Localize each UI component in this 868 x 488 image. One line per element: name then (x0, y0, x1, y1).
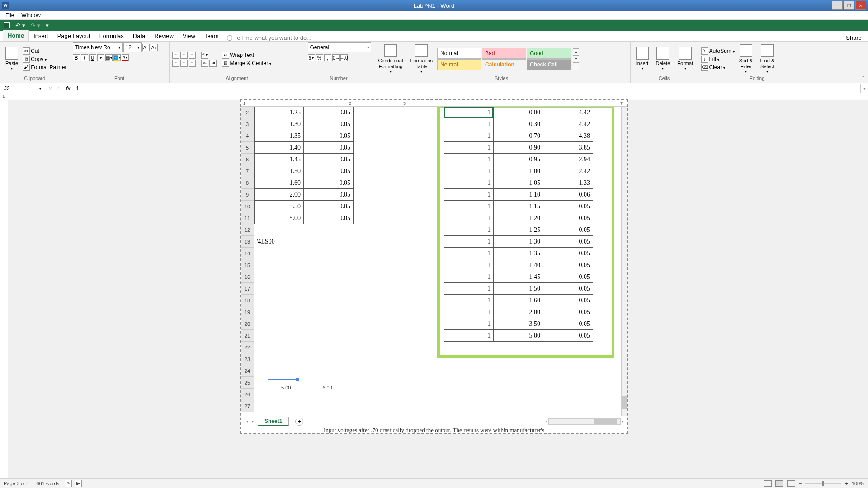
table-cell[interactable]: 1 (444, 224, 494, 236)
row-header[interactable]: 8 (241, 177, 254, 189)
formula-input[interactable]: 1 (73, 84, 861, 93)
undo-button[interactable]: ↶ ▾ (15, 22, 25, 29)
row-header[interactable]: 5 (241, 142, 254, 154)
zoom-out-button[interactable]: − (799, 481, 802, 486)
font-name-combo[interactable]: Times New Ro (73, 42, 123, 52)
table-cell[interactable]: 1 (444, 306, 494, 318)
table-cell[interactable]: 1.50 (494, 283, 543, 295)
table-cell[interactable]: 2.00 (254, 189, 304, 201)
table-cell[interactable]: 1 (444, 142, 494, 154)
fill-button[interactable]: ↓Fill (701, 56, 735, 63)
table-cell[interactable]: 1.00 (494, 165, 543, 177)
style-check-cell[interactable]: Check Cell (527, 59, 571, 70)
table-cell[interactable]: 0.05 (304, 212, 354, 224)
tab-team[interactable]: Team (200, 31, 223, 41)
cell-text-4ls00[interactable]: '4LS00 (254, 236, 354, 248)
sheet-nav-next[interactable]: ▸ (250, 419, 256, 424)
insert-cells-button[interactable]: Insert▾ (633, 46, 651, 72)
table-cell[interactable]: 1.60 (254, 177, 304, 189)
row-header[interactable]: 15 (241, 259, 254, 271)
table-cell[interactable]: 1.40 (254, 142, 304, 154)
row-header[interactable]: 26 (241, 389, 254, 400)
table-cell[interactable]: 0.05 (304, 107, 354, 118)
save-icon[interactable] (4, 22, 10, 28)
row-header[interactable]: 27 (241, 400, 254, 412)
zoom-slider[interactable] (805, 483, 841, 484)
qat-customize[interactable]: ▾ (46, 22, 49, 29)
row-header[interactable]: 2 (241, 107, 254, 118)
orientation-button[interactable]: ⟲ (201, 52, 208, 59)
style-good[interactable]: Good (527, 48, 571, 59)
delete-cells-button[interactable]: Delete▾ (653, 46, 673, 72)
accounting-button[interactable]: $ (308, 54, 315, 61)
row-header[interactable]: 11 (241, 212, 254, 224)
row-header[interactable]: 7 (241, 165, 254, 177)
align-middle[interactable]: ≡ (180, 52, 188, 59)
table-cell[interactable]: 1 (444, 248, 494, 259)
table-cell[interactable]: 1.15 (494, 201, 543, 212)
number-format-combo[interactable]: General (308, 42, 371, 52)
table-cell[interactable]: 0.05 (543, 212, 593, 224)
row-header[interactable]: 9 (241, 189, 254, 201)
minimize-button[interactable]: — (832, 1, 843, 10)
row-header[interactable]: 23 (241, 353, 254, 365)
table-cell[interactable]: 2.42 (543, 165, 593, 177)
table-cell[interactable]: 3.85 (543, 142, 593, 154)
page-indicator[interactable]: Page 3 of 4 (4, 481, 29, 486)
tab-insert[interactable]: Insert (29, 31, 53, 41)
table-cell[interactable]: 0.05 (304, 165, 354, 177)
table-cell[interactable]: 0.05 (304, 130, 354, 142)
row-header[interactable]: 12 (241, 224, 254, 236)
increase-decimal[interactable]: .0→ (332, 54, 340, 61)
row-header[interactable]: 16 (241, 271, 254, 283)
row-header[interactable]: 4 (241, 130, 254, 142)
row-header[interactable]: 10 (241, 201, 254, 212)
table-cell[interactable]: 4.42 (543, 107, 593, 118)
table-cell[interactable]: 4.38 (543, 130, 593, 142)
table-cell[interactable]: 0.05 (543, 306, 593, 318)
row-header[interactable]: 6 (241, 154, 254, 165)
tab-review[interactable]: Review (150, 31, 178, 41)
increase-font-icon[interactable]: A↑ (142, 44, 150, 51)
table-cell[interactable]: 1.25 (494, 224, 543, 236)
table-cell[interactable]: 1 (444, 330, 494, 342)
vertical-scrollbar[interactable] (621, 107, 627, 416)
tab-home[interactable]: Home (3, 30, 29, 41)
increase-indent[interactable]: ⇥ (209, 60, 217, 67)
enter-formula-button[interactable]: ✓ (56, 85, 61, 92)
table-cell[interactable]: 0.05 (304, 142, 354, 154)
row-header[interactable]: 22 (241, 342, 254, 353)
table-cell[interactable]: 0.05 (543, 271, 593, 283)
table-cell[interactable]: 0.06 (543, 189, 593, 201)
table-cell[interactable]: 1 (444, 295, 494, 306)
conditional-formatting-button[interactable]: Conditional Formatting▾ (376, 43, 406, 75)
table-cell[interactable]: 1.30 (254, 118, 304, 130)
row-header[interactable]: 18 (241, 295, 254, 306)
table-cell[interactable]: 1 (444, 118, 494, 130)
bold-button[interactable]: B (73, 54, 80, 61)
sort-filter-button[interactable]: Sort & Filter▾ (736, 43, 756, 75)
table-cell[interactable]: 1 (444, 283, 494, 295)
row-header[interactable]: 21 (241, 330, 254, 342)
table-cell[interactable]: 0.05 (304, 118, 354, 130)
style-scroll-more[interactable]: ▾ (573, 63, 579, 70)
style-neutral[interactable]: Neutral (437, 59, 481, 70)
cancel-formula-button[interactable]: ✕ (48, 85, 53, 92)
decrease-decimal[interactable]: ←.0 (340, 54, 348, 61)
menu-window[interactable]: Window (18, 11, 44, 19)
table-cell[interactable]: 1 (444, 201, 494, 212)
row-header[interactable]: 14 (241, 248, 254, 259)
zoom-in-button[interactable]: + (845, 481, 848, 486)
autosum-button[interactable]: ΣAutoSum (701, 47, 735, 55)
table-cell[interactable]: 1 (444, 165, 494, 177)
view-print-layout[interactable] (775, 480, 783, 487)
view-read-mode[interactable] (764, 480, 772, 487)
table-cell[interactable]: 0.95 (494, 154, 543, 165)
table-cell[interactable]: 5.00 (494, 330, 543, 342)
table-cell[interactable]: 4.42 (543, 118, 593, 130)
table-cell[interactable]: 1.33 (543, 177, 593, 189)
maximize-button[interactable]: ❐ (844, 1, 854, 10)
table-cell[interactable]: 1.40 (494, 259, 543, 271)
align-left[interactable]: ≡ (172, 60, 179, 67)
row-header[interactable]: 19 (241, 306, 254, 318)
